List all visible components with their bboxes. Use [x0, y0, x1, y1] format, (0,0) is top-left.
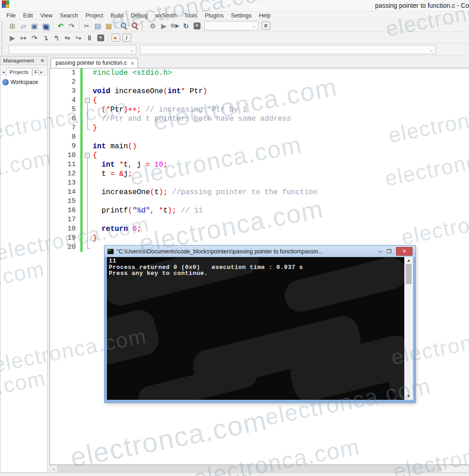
- fold-margin[interactable]: [83, 188, 93, 197]
- fold-margin[interactable]: [83, 224, 93, 234]
- fold-margin[interactable]: [83, 142, 93, 151]
- build-target-combo[interactable]: ⌄: [204, 21, 258, 30]
- line-number: 9: [50, 142, 80, 151]
- code-text: #include <stdio.h>: [93, 68, 469, 78]
- replace-icon[interactable]: [130, 21, 140, 30]
- code-text: }: [93, 123, 469, 133]
- fold-margin[interactable]: [83, 234, 93, 243]
- find-icon[interactable]: [119, 21, 129, 30]
- menu-plugins[interactable]: Plugins: [201, 12, 227, 19]
- fold-margin[interactable]: [83, 78, 93, 87]
- fold-margin[interactable]: −: [83, 96, 93, 105]
- compiler-combo-2[interactable]: ⌄: [140, 45, 436, 54]
- line-number: 7: [50, 123, 80, 133]
- menu-tools[interactable]: Tools: [180, 12, 201, 19]
- tab-projects[interactable]: Projects: [6, 68, 33, 76]
- menu-search[interactable]: Search: [56, 12, 82, 19]
- scrollbar-thumb[interactable]: [406, 264, 412, 284]
- next-line-icon[interactable]: ↷: [29, 33, 39, 42]
- menu-wxsmith[interactable]: wxSmith: [151, 12, 180, 19]
- build-and-run-icon[interactable]: ⚙▶: [170, 21, 180, 30]
- toolbar-separator: [108, 34, 108, 42]
- code-text: void increaseOne(int* Ptr): [93, 87, 469, 96]
- step-out-icon[interactable]: ↰: [51, 33, 61, 42]
- fold-margin[interactable]: −: [83, 151, 93, 160]
- management-close-icon[interactable]: ✕: [40, 58, 45, 64]
- break-debugger-icon[interactable]: ‖: [84, 33, 95, 42]
- scroll-down-icon[interactable]: ▼: [407, 393, 411, 400]
- console-maximize-icon[interactable]: ❐: [386, 249, 391, 254]
- compiler-messages-icon[interactable]: ≡: [261, 21, 271, 30]
- console-output-area: 11Process returned 0 (0x0) execution tim…: [107, 257, 413, 400]
- fold-margin[interactable]: [83, 206, 93, 215]
- workspace-tree-item[interactable]: ⌂ Workspace: [2, 79, 45, 85]
- menu-edit[interactable]: Edit: [19, 12, 37, 19]
- tab-scroll-right-icon[interactable]: ▸: [39, 70, 44, 76]
- menu-file[interactable]: File: [3, 12, 19, 19]
- redo-icon[interactable]: ↷: [67, 21, 77, 30]
- editor-horizontal-scrollbar[interactable]: ‹: [50, 465, 469, 473]
- undo-icon[interactable]: ↶: [56, 21, 66, 30]
- fold-margin[interactable]: [83, 215, 93, 224]
- console-vertical-scrollbar[interactable]: ▲ ▼: [404, 257, 413, 400]
- next-instruction-icon[interactable]: ↬: [62, 33, 73, 42]
- tab-files-partial[interactable]: F: [33, 68, 39, 76]
- console-close-icon[interactable]: ✕: [396, 247, 413, 256]
- code-text: {: [93, 96, 469, 105]
- scroll-left-icon[interactable]: ‹: [50, 466, 57, 472]
- toolbar-grip[interactable]: [1, 45, 5, 55]
- scroll-up-icon[interactable]: ▲: [407, 257, 411, 264]
- run-icon[interactable]: ▶: [159, 21, 169, 30]
- fold-margin[interactable]: [83, 68, 93, 78]
- menu-build[interactable]: Build: [107, 12, 127, 19]
- abort-build-icon[interactable]: ✕: [192, 21, 202, 30]
- step-into-icon[interactable]: ↴: [40, 33, 50, 42]
- fold-margin[interactable]: [83, 87, 93, 96]
- console-minimize-icon[interactable]: –: [379, 249, 382, 254]
- save-all-icon[interactable]: ▣: [40, 21, 50, 30]
- save-icon[interactable]: ▣: [29, 21, 39, 30]
- toolbar-separator: [79, 22, 79, 30]
- debugging-windows-icon[interactable]: ▸: [111, 33, 121, 42]
- compiler-combo-1[interactable]: ⌄: [9, 45, 136, 54]
- step-into-instruction-icon[interactable]: ↪: [73, 33, 84, 42]
- tab-close-icon[interactable]: x: [131, 60, 134, 66]
- fold-margin[interactable]: [83, 114, 93, 123]
- code-text: return 0;: [93, 224, 469, 234]
- toolbar-grip[interactable]: [1, 33, 5, 42]
- toolbar-grip[interactable]: [1, 21, 5, 31]
- toolbar-grip[interactable]: [142, 21, 145, 31]
- debug-continue-icon[interactable]: ▶: [7, 33, 17, 42]
- scrollbar-thumb[interactable]: [57, 466, 441, 472]
- editor-tab[interactable]: passing pointer to function.c x: [50, 58, 138, 68]
- copy-icon[interactable]: ▤: [93, 21, 103, 30]
- fold-margin[interactable]: [83, 160, 93, 169]
- open-file-icon[interactable]: ▱: [18, 21, 28, 30]
- fold-margin[interactable]: [83, 179, 93, 188]
- code-text: [93, 197, 469, 206]
- chevron-down-icon: ⌄: [430, 47, 434, 53]
- fold-margin[interactable]: [83, 133, 93, 142]
- fold-margin[interactable]: [83, 123, 93, 133]
- rebuild-icon[interactable]: ↻: [181, 21, 191, 30]
- menu-project[interactable]: Project: [82, 12, 107, 19]
- fold-margin[interactable]: [83, 105, 93, 114]
- stop-debugger-icon[interactable]: ✕: [95, 33, 106, 42]
- cut-icon[interactable]: ✂: [82, 21, 92, 30]
- fold-margin[interactable]: [83, 243, 93, 252]
- fold-margin[interactable]: [83, 169, 93, 179]
- fold-margin[interactable]: [83, 197, 93, 206]
- tab-scroll-left-icon[interactable]: ◂: [1, 70, 6, 76]
- build-icon[interactable]: ⚙: [148, 21, 158, 30]
- console-title-bar[interactable]: "C:\Users\s\Documents\code_blocks\pointe…: [105, 246, 415, 257]
- code-text: [93, 179, 469, 188]
- run-to-cursor-icon[interactable]: ↦: [18, 33, 28, 42]
- code-line: 8: [50, 133, 469, 142]
- paste-icon[interactable]: ▦: [104, 21, 114, 30]
- debug-info-icon[interactable]: i: [122, 33, 132, 42]
- menu-settings[interactable]: Settings: [227, 12, 255, 19]
- menu-view[interactable]: View: [37, 12, 56, 19]
- menu-debug[interactable]: Debug: [127, 12, 151, 19]
- new-file-icon[interactable]: ⊞: [7, 21, 17, 30]
- menu-help[interactable]: Help: [255, 12, 274, 19]
